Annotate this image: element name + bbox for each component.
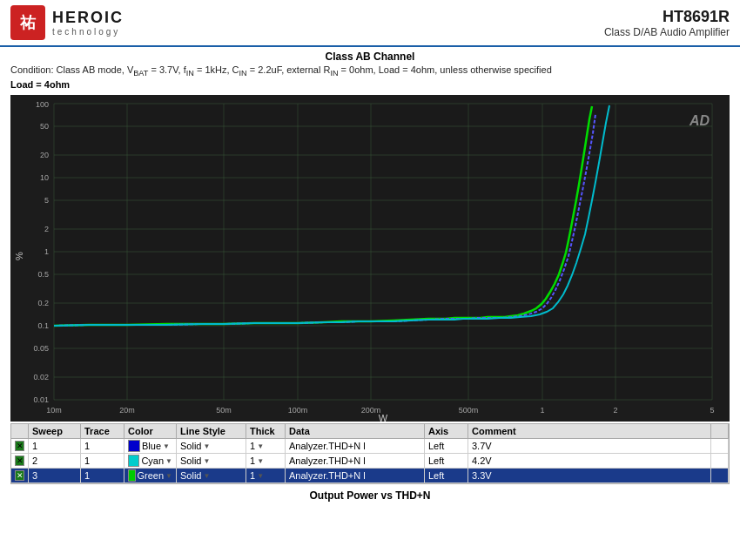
load-text: Load = 4ohm [10, 79, 730, 90]
row3-color[interactable]: Green ▼ [124, 469, 177, 482]
col-check [11, 424, 29, 438]
row2-sweep: 2 [29, 454, 81, 468]
row1-comment: 3.7V [468, 439, 711, 453]
svg-text:5: 5 [44, 196, 49, 205]
svg-text:AD: AD [689, 113, 710, 128]
product-desc: Class D/AB Audio Amplifier [604, 26, 730, 38]
product-id: HT8691R [604, 8, 730, 26]
col-trace: Trace [81, 424, 124, 438]
svg-text:1: 1 [540, 406, 544, 415]
chart-svg: 100 50 20 10 5 2 1 0.5 0.2 0. [10, 95, 730, 422]
logo-text: HEROIC technology [52, 9, 124, 37]
svg-text:0.02: 0.02 [33, 373, 49, 381]
row2-thick[interactable]: 1 ▼ [246, 454, 286, 468]
row3-scroll [711, 469, 729, 482]
col-sweep: Sweep [29, 424, 81, 438]
row1-scroll [711, 439, 729, 453]
product-info: HT8691R Class D/AB Audio Amplifier [604, 8, 730, 38]
svg-text:W: W [379, 413, 388, 422]
svg-text:2: 2 [44, 225, 49, 233]
row2-color[interactable]: Cyan ▼ [124, 454, 177, 468]
logo-area: 祐 HEROIC technology [10, 5, 124, 40]
svg-text:100: 100 [36, 100, 49, 109]
row1-sweep: 1 [29, 439, 81, 453]
row1-thick[interactable]: 1 ▼ [246, 439, 286, 453]
condition-area: Class AB Channel Condition: Class AB mod… [0, 47, 740, 93]
row2-comment: 4.2V [468, 454, 711, 468]
row3-data: Analyzer.THD+N l [286, 469, 425, 482]
col-linestyle: Line Style [177, 424, 246, 438]
row1-data: Analyzer.THD+N l [286, 439, 425, 453]
row2-axis: Left [425, 454, 468, 468]
chart-footer: Output Power vs THD+N [0, 488, 740, 503]
svg-text:0.2: 0.2 [37, 299, 49, 307]
svg-text:0.5: 0.5 [37, 270, 49, 279]
svg-text:20m: 20m [119, 406, 135, 415]
row3-linestyle[interactable]: Solid ▼ [177, 469, 246, 482]
row3-axis: Left [425, 469, 468, 482]
row2-scroll [711, 454, 729, 468]
svg-text:1: 1 [44, 247, 49, 256]
chart-title: Output Power vs THD+N [309, 489, 430, 502]
row1-color[interactable]: Blue ▼ [124, 439, 177, 453]
table-row[interactable]: ✕ 1 1 Blue ▼ Solid ▼ 1 ▼ Analyzer.THD+N … [11, 439, 729, 454]
col-thick: Thick [246, 424, 286, 438]
row1-axis: Left [425, 439, 468, 453]
col-data: Data [286, 424, 425, 438]
trace-table: Sweep Trace Color Line Style Thick Data … [10, 423, 730, 484]
row2-trace: 1 [81, 454, 124, 468]
svg-text:0.01: 0.01 [33, 395, 49, 404]
row1-trace: 1 [81, 439, 124, 453]
svg-text:50: 50 [40, 122, 49, 131]
row3-comment: 3.3V [468, 469, 711, 482]
chart-container: 100 50 20 10 5 2 1 0.5 0.2 0. [10, 95, 730, 422]
col-comment: Comment [468, 424, 711, 438]
row2-check[interactable]: ✕ [11, 454, 29, 468]
svg-text:10m: 10m [46, 406, 62, 415]
table-row[interactable]: ✕ 2 1 Cyan ▼ Solid ▼ 1 ▼ Analyzer.THD+N … [11, 454, 729, 469]
row3-thick[interactable]: 1 ▼ [246, 469, 286, 482]
row1-linestyle[interactable]: Solid ▼ [177, 439, 246, 453]
page-header: 祐 HEROIC technology HT8691R Class D/AB A… [0, 0, 740, 47]
condition-text: Condition: Class AB mode, VBAT = 3.7V, f… [10, 64, 730, 78]
svg-text:50m: 50m [216, 406, 232, 415]
logo-heroic: HEROIC [52, 9, 124, 27]
svg-text:%: % [14, 252, 24, 260]
row3-check[interactable]: ✕ [11, 469, 29, 482]
row1-check[interactable]: ✕ [11, 439, 29, 453]
row2-linestyle[interactable]: Solid ▼ [177, 454, 246, 468]
logo-letter: 祐 [20, 12, 36, 33]
svg-text:500m: 500m [459, 406, 479, 415]
svg-text:2: 2 [613, 406, 617, 415]
logo-icon: 祐 [10, 5, 45, 40]
svg-text:0.05: 0.05 [33, 344, 49, 353]
col-axis: Axis [425, 424, 468, 438]
svg-text:20: 20 [40, 151, 49, 159]
svg-text:0.1: 0.1 [37, 321, 49, 330]
row3-sweep: 3 [29, 469, 81, 482]
svg-text:5: 5 [710, 406, 714, 415]
condition-title: Class AB Channel [10, 51, 730, 63]
table-row[interactable]: ✕ 3 1 Green ▼ Solid ▼ 1 ▼ Analyzer.THD+N… [11, 469, 729, 483]
svg-text:100m: 100m [288, 406, 308, 415]
row3-trace: 1 [81, 469, 124, 482]
table-header: Sweep Trace Color Line Style Thick Data … [11, 424, 729, 439]
row2-data: Analyzer.THD+N l [286, 454, 425, 468]
logo-tech: technology [52, 27, 124, 37]
col-scroll [711, 424, 729, 438]
col-color: Color [124, 424, 177, 438]
svg-text:10: 10 [40, 173, 49, 182]
